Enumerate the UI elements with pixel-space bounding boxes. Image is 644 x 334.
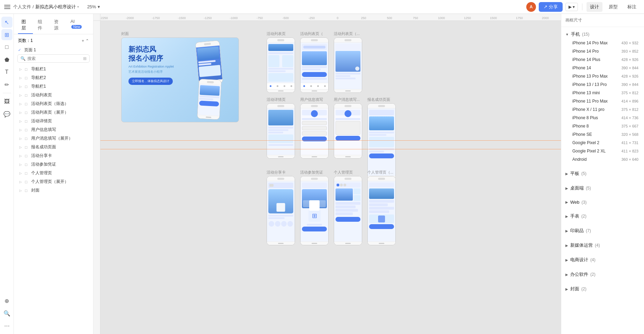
page-item[interactable]: ✓ 页面 1 <box>14 46 93 54</box>
layer-item[interactable]: ▷ □ 活动详情页 <box>14 117 93 125</box>
ui-label: 用户信息填写 <box>300 97 329 102</box>
layer-item[interactable]: ▷ □ 报名成功页面 <box>14 143 93 151</box>
layer-item[interactable]: ▷ □ 导航栏2 <box>14 73 93 82</box>
layer-item[interactable]: ▷ □ 导航栏1 <box>14 82 93 91</box>
device-item[interactable]: iPhone 14 Pro 393 × 852 <box>571 47 640 55</box>
breadcrumb-current[interactable]: 新拟态风小程序设计 <box>35 4 76 10</box>
device-name: Google Pixel 2 XL <box>572 149 606 153</box>
tool-frame[interactable]: ⊞ <box>1 29 12 40</box>
tool-image[interactable]: 🖼 <box>1 96 12 107</box>
layer-toggle-icon: ▷ <box>19 102 24 106</box>
layer-item[interactable]: ▷ □ 导航栏1 <box>14 65 93 73</box>
menu-icon[interactable] <box>4 4 10 10</box>
device-item[interactable]: Google Pixel 2 411 × 731 <box>571 139 640 147</box>
tool-zoom[interactable]: 🔍 <box>1 308 12 319</box>
ruler-mark: 1000 <box>438 16 445 20</box>
category-count: (2) <box>581 287 587 291</box>
tool-text[interactable]: T <box>1 67 12 78</box>
tool-pen[interactable]: ✏ <box>1 79 12 90</box>
panel-tab-layers[interactable]: 图层 <box>18 17 33 34</box>
tab-markup[interactable]: 标注 <box>624 2 640 12</box>
tool-rectangle[interactable]: □ <box>1 42 12 53</box>
device-category-header[interactable]: ▶ Web (3) <box>565 198 640 206</box>
layer-frame-icon: □ <box>25 162 30 167</box>
tool-comment[interactable]: 💬 <box>1 108 12 120</box>
avatar[interactable]: A <box>526 2 536 12</box>
search-input[interactable] <box>27 56 81 61</box>
user-info-frame: 用户信息填写 <box>300 97 329 179</box>
device-category-header[interactable]: ▶ 桌面端 (5) <box>565 184 640 193</box>
tool-plugins[interactable]: ⊕ <box>1 295 12 306</box>
device-category: ▶ 办公软件 (2) <box>561 267 644 282</box>
layer-item[interactable]: ▷ □ 活动分享卡 <box>14 151 93 160</box>
panel-tab-assets[interactable]: 资源 <box>51 17 65 34</box>
layer-item[interactable]: ▷ □ 用户消息填写（展开） <box>14 134 93 143</box>
cover-box: 新拟态风报名小程序 Art Exhibition Registration Ap… <box>121 37 239 122</box>
category-arrow-icon: ▶ <box>565 273 568 276</box>
tool-more[interactable]: ⋯ <box>1 320 12 331</box>
layer-item[interactable]: ▷ □ 活动列表页（展开） <box>14 108 93 117</box>
panel-tab-ai[interactable]: AI New <box>67 17 89 34</box>
device-category-header[interactable]: ▶ 电商设计 (4) <box>565 255 640 264</box>
category-arrow-icon: ▼ <box>565 33 569 36</box>
device-categories: ▼ 手机 (15) iPhone 14 Pro Max 430 × 932 iP… <box>561 27 644 296</box>
layer-list: ▷ □ 导航栏1 ▷ □ 导航栏2 ▷ □ 导航栏1 ▷ □ 活动列表页 ▷ □… <box>14 65 93 334</box>
device-category-header[interactable]: ▶ 平板 (5) <box>565 169 640 178</box>
tool-select[interactable]: ↖ <box>1 17 12 28</box>
ruler-mark: 2000 <box>542 16 549 20</box>
layer-item-label: 封面 <box>31 187 39 193</box>
al3-phone <box>334 37 362 93</box>
device-category-header[interactable]: ▶ 手表 (2) <box>565 212 640 221</box>
breadcrumb-chevron-icon[interactable]: ▾ <box>77 5 79 9</box>
layer-item[interactable]: ▷ □ 活动列表页（筛选） <box>14 99 93 108</box>
device-size: 390 × 844 <box>621 82 638 87</box>
device-item[interactable]: iPhone 13 / 13 Pro 390 × 844 <box>571 80 640 89</box>
device-name: iPhone 14 Plus <box>572 57 600 62</box>
layer-item[interactable]: ▷ □ 个人管理页 <box>14 169 93 177</box>
device-item[interactable]: Android 360 × 640 <box>571 155 640 164</box>
device-name: iPhone 14 <box>572 65 591 70</box>
activity-list-frame3: 活动列表页（... <box>334 31 362 93</box>
device-name: iPhone 14 Pro Max <box>572 41 608 45</box>
device-category-header[interactable]: ▼ 手机 (15) <box>565 30 640 39</box>
device-item[interactable]: iPhone 11 Pro Max 414 × 896 <box>571 97 640 105</box>
device-category-header[interactable]: ▶ 办公软件 (2) <box>565 270 640 279</box>
device-item[interactable]: iPhone 8 375 × 667 <box>571 122 640 130</box>
filter-icon[interactable]: ⊞ <box>83 56 87 61</box>
device-item[interactable]: Google Pixel 2 XL 411 × 823 <box>571 147 640 155</box>
device-item[interactable]: iPhone X / 11 pro 375 × 812 <box>571 105 640 114</box>
layer-item[interactable]: ▷ □ 个人管理页（展开） <box>14 177 93 186</box>
tool-polygon[interactable]: ⬟ <box>1 54 12 65</box>
page-name: 页面 1 <box>24 47 36 53</box>
device-category-header[interactable]: ▶ 封面 (2) <box>565 284 640 293</box>
zoom-control[interactable]: 25% ▾ <box>87 4 100 9</box>
device-item[interactable]: iPhone 13 mini 375 × 812 <box>571 89 640 97</box>
page-options-icon[interactable]: ⌃ <box>86 38 89 43</box>
device-category: ▶ 封面 (2) <box>561 282 644 296</box>
panel-tab-components[interactable]: 组件 <box>34 17 49 34</box>
category-name: 办公软件 <box>570 271 588 278</box>
device-size: 375 × 812 <box>621 107 638 112</box>
device-category-header[interactable]: ▶ 新媒体运营 (4) <box>565 241 640 250</box>
sc-phone <box>267 176 295 245</box>
play-button[interactable]: ▶ ▾ <box>565 3 578 11</box>
device-item[interactable]: iPhone SE 320 × 568 <box>571 130 640 139</box>
layer-item[interactable]: ▷ □ 用户信息填写 <box>14 125 93 134</box>
device-item[interactable]: iPhone 8 Plus 414 × 736 <box>571 114 640 122</box>
layer-item[interactable]: ▷ □ 封面 <box>14 186 93 195</box>
device-item[interactable]: iPhone 14 390 × 844 <box>571 64 640 72</box>
canvas-area[interactable]: -2250-2000-1750-1500-1250-1000-750-500-2… <box>93 14 561 334</box>
device-item[interactable]: iPhone 13 Pro Max 428 × 926 <box>571 72 640 80</box>
layer-item[interactable]: ▷ □ 活动列表页 <box>14 91 93 99</box>
tab-design[interactable]: 设计 <box>587 2 602 12</box>
device-item[interactable]: iPhone 14 Pro Max 430 × 932 <box>571 39 640 47</box>
tab-prototype[interactable]: 原型 <box>605 2 621 12</box>
layer-item[interactable]: ▷ □ 活动参加凭证 <box>14 160 93 169</box>
breadcrumb-root[interactable]: 个人文件 <box>13 4 31 10</box>
add-page-icon[interactable]: + <box>82 38 84 43</box>
share-button[interactable]: ↗ 分享 <box>539 2 563 12</box>
device-category-header[interactable]: ▶ 印刷品 (7) <box>565 226 640 235</box>
activity-list-frame2: 活动列表页（ <box>300 31 329 93</box>
device-item[interactable]: iPhone 14 Plus 428 × 926 <box>571 55 640 64</box>
device-category: ▶ 桌面端 (5) <box>561 181 644 195</box>
